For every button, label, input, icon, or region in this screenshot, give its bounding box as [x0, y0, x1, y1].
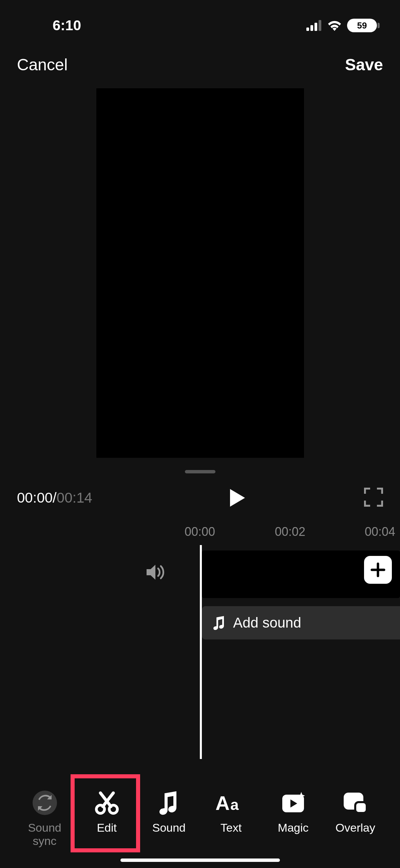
svg-rect-0 — [306, 28, 309, 31]
ruler-tick-2: 00:04 — [365, 525, 395, 539]
volume-icon[interactable] — [146, 564, 166, 582]
svg-rect-11 — [355, 802, 367, 813]
music-icon — [158, 789, 180, 816]
home-indicator[interactable] — [120, 858, 280, 862]
status-time: 6:10 — [53, 17, 81, 34]
tool-sound-sync-label: Sound sync — [18, 821, 72, 848]
play-icon — [229, 488, 246, 507]
cancel-button[interactable]: Cancel — [17, 55, 68, 74]
play-button[interactable] — [229, 488, 246, 507]
fullscreen-icon — [364, 488, 383, 507]
video-preview[interactable] — [96, 88, 304, 458]
playhead[interactable] — [200, 545, 202, 759]
edit-highlight-annotation — [71, 774, 140, 852]
svg-rect-1 — [310, 25, 313, 31]
overlay-icon — [342, 789, 368, 816]
bottom-toolbar: Sound sync Edit Sound A a Text — [0, 782, 400, 848]
time-total: 00:14 — [57, 490, 92, 506]
time-separator: / — [53, 490, 57, 506]
music-note-icon — [212, 616, 226, 630]
tool-overlay[interactable]: Overlay — [328, 782, 382, 834]
header-bar: Cancel Save — [0, 41, 400, 88]
add-clip-button[interactable] — [364, 556, 392, 584]
status-icons: 59 — [306, 19, 380, 32]
ruler-tick-1: 00:02 — [275, 525, 305, 539]
plus-icon — [370, 562, 386, 578]
ruler-tick-0: 00:00 — [185, 525, 215, 539]
svg-rect-3 — [319, 20, 321, 31]
wifi-icon — [327, 20, 342, 31]
sync-icon — [32, 789, 58, 816]
battery-icon: 59 — [347, 19, 380, 32]
preview-area — [0, 88, 400, 458]
tool-sound[interactable]: Sound — [142, 782, 196, 834]
timeline-ruler: 00:00 00:02 00:04 — [0, 525, 400, 545]
svg-text:a: a — [230, 796, 239, 813]
tool-overlay-label: Overlay — [336, 821, 375, 834]
tool-text[interactable]: A a Text — [204, 782, 258, 834]
drag-handle[interactable] — [0, 470, 400, 473]
svg-rect-2 — [315, 23, 317, 31]
tool-sound-sync[interactable]: Sound sync — [18, 782, 72, 848]
save-button[interactable]: Save — [345, 55, 383, 74]
timeline-area: Add sound — [0, 545, 400, 796]
fullscreen-button[interactable] — [364, 488, 383, 508]
time-display: 00:00/00:14 — [17, 490, 92, 506]
tool-magic-label: Magic — [278, 821, 309, 834]
battery-level: 59 — [357, 20, 367, 31]
cellular-signal-icon — [306, 20, 322, 31]
tool-sound-label: Sound — [152, 821, 186, 834]
tool-text-label: Text — [221, 821, 242, 834]
playback-controls: 00:00/00:14 — [0, 488, 400, 508]
svg-text:A: A — [215, 792, 230, 814]
time-current: 00:00 — [17, 490, 53, 506]
magic-icon — [280, 789, 307, 816]
tool-magic[interactable]: Magic — [266, 782, 320, 834]
add-sound-button[interactable]: Add sound — [202, 606, 400, 639]
svg-point-4 — [33, 791, 57, 815]
add-sound-label: Add sound — [233, 615, 301, 631]
status-bar: 6:10 59 — [0, 0, 400, 41]
text-icon: A a — [215, 789, 247, 816]
